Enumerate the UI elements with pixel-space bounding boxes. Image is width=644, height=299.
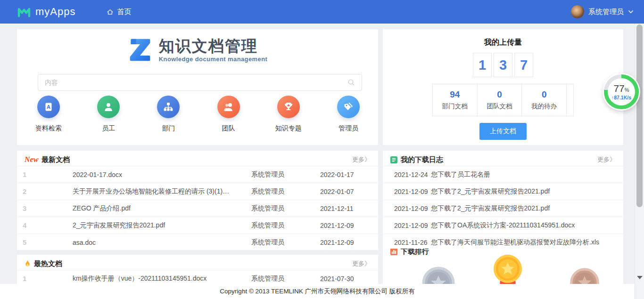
stat-team-docs[interactable]: 0 团队文档 [478, 84, 522, 116]
page-title: 知识文档管理 [159, 37, 267, 55]
upload-count-title: 我的上传量 [383, 29, 623, 48]
progress-ring-inner: 77% ↑87.1K/s [608, 78, 635, 105]
stat-label: 部门文档 [433, 102, 477, 111]
download-row[interactable]: 2021-12-09 您下载了2_元宇宙发展研究报告2021.pdf [383, 200, 623, 217]
doc-row[interactable]: 4 2_元宇宙发展研究报告2021.pdf 系统管理员 2021-12-09 [17, 217, 378, 234]
download-log-icon [390, 156, 397, 163]
download-text: 您下载了OA系统设计方案-20211103145951.docx [431, 221, 623, 230]
download-row[interactable]: 2021-12-09 您下载了2_元宇宙发展研究报告2021.pdf [383, 183, 623, 200]
row-index: 4 [17, 221, 56, 229]
stat-value: 94 [433, 89, 477, 100]
avatar [571, 5, 584, 18]
upload-panel: 我的上传量 1 3 7 94 部门文档 0 团队文档 0 我的待办 上传文档 [383, 29, 623, 145]
download-text: 您下载了员工花名册 [431, 170, 623, 179]
stat-value: 0 [522, 89, 566, 100]
digit-box: 3 [494, 53, 512, 77]
scrollbar-track[interactable] [635, 24, 644, 299]
row-index: 1 [17, 275, 56, 283]
doc-title: 2022-01-17.docx [56, 171, 230, 178]
latest-docs-panel: New 最新文档 更多》 1 2022-01-17.docx 系统管理员 202… [17, 151, 378, 250]
new-badge-icon: New [25, 156, 38, 163]
hot-docs-panel: 最热文档 更多》 1 km操作收手册（vue）-20211103145951.d… [17, 255, 378, 284]
download-log-header: 我的下载日志 更多》 [383, 151, 623, 166]
search-icon[interactable] [347, 79, 355, 86]
doc-title: km操作收手册（vue）-20211103145951.docx [56, 275, 230, 283]
app-admin[interactable]: 管理员 [327, 96, 370, 133]
app-label: 管理员 [327, 124, 370, 133]
doc-owner: 系统管理员 [230, 170, 305, 179]
more-link[interactable]: 更多》 [352, 155, 371, 164]
more-link[interactable]: 更多》 [597, 155, 616, 164]
download-log-panel: 我的下载日志 更多》 2021-12-24 您下载了员工花名册 2021-12-… [383, 151, 623, 249]
download-text: 您下载了海天伺服节能注塑机驱动器报警对应故障分析.xls [431, 238, 623, 247]
download-date: 2021-12-09 [394, 205, 431, 212]
doc-row[interactable]: 1 2022-01-17.docx 系统管理员 2022-01-17 [17, 166, 378, 183]
navbar: myApps 首页 系统管理员 [0, 0, 644, 24]
user-name: 系统管理员 [588, 8, 624, 16]
stat-dept-docs[interactable]: 94 部门文档 [433, 84, 478, 116]
doc-date: 2022-01-07 [305, 188, 378, 195]
hot-docs-header: 最热文档 更多》 [17, 255, 378, 270]
silver-medal-icon [421, 266, 455, 284]
page-subtitle: Knowledge document management [159, 56, 267, 63]
app-label: 团队 [207, 124, 250, 133]
app-label: 资料检索 [27, 124, 70, 133]
upload-progress-widget[interactable]: 77% ↑87.1K/s [604, 74, 639, 109]
chevron-down-icon [628, 10, 634, 14]
download-row[interactable]: 2021-12-24 您下载了员工花名册 [383, 166, 623, 183]
nav-item-home[interactable]: 首页 [102, 0, 136, 24]
doc-row[interactable]: 5 asa.doc 系统管理员 2021-12-09 [17, 234, 378, 250]
doc-row[interactable]: 1 km操作收手册（vue）-20211103145951.docx 系统管理员… [17, 270, 378, 284]
z-logo-icon [128, 36, 152, 64]
doc-owner: 系统管理员 [230, 275, 305, 283]
app-team[interactable]: 团队 [207, 96, 250, 133]
download-row[interactable]: 2021-12-09 您下载了OA系统设计方案-20211103145951.d… [383, 217, 623, 234]
stat-label: 我的待办 [522, 102, 566, 111]
nav-home-label: 首页 [117, 8, 131, 16]
stat-my-todos[interactable]: 0 我的待办 [522, 84, 567, 116]
app-employee[interactable]: 员工 [87, 96, 130, 133]
screen: myApps 首页 系统管理员 [0, 0, 644, 299]
upload-doc-button[interactable]: 上传文档 [479, 123, 527, 140]
brand[interactable]: myApps [17, 6, 75, 18]
section-title: 最热文档 [34, 259, 62, 268]
app-data-search[interactable]: A 资料检索 [27, 96, 70, 133]
org-chart-icon [157, 96, 180, 118]
app-department[interactable]: 部门 [147, 96, 190, 133]
download-text: 您下载了2_元宇宙发展研究报告2021.pdf [431, 187, 623, 196]
latest-docs-header: New 最新文档 更多》 [17, 151, 378, 166]
doc-owner: 系统管理员 [230, 204, 305, 213]
footer: Copyright © 2013 TEEMLINK 广州市天翎网络科技有限公司 … [0, 284, 635, 299]
doc-title: ZEGO 产品介绍.pdf [56, 204, 230, 213]
download-date: 2021-12-09 [394, 222, 431, 229]
flame-icon [25, 260, 31, 268]
download-date: 2021-11-26 [394, 239, 431, 246]
progress-speed: ↑87.1K/s [611, 95, 631, 100]
doc-row[interactable]: 2 关于开展开业办公场地智能化装修工程的请示 (3)(1).docx 系统管理员… [17, 183, 378, 200]
download-row[interactable]: 2021-11-26 您下载了海天伺服节能注塑机驱动器报警对应故障分析.xls [383, 234, 623, 249]
brand-name: myApps [35, 6, 75, 18]
doc-row[interactable]: 3 ZEGO 产品介绍.pdf 系统管理员 2021-12-11 [17, 200, 378, 217]
home-icon [107, 8, 114, 16]
download-text: 您下载了2_元宇宙发展研究报告2021.pdf [431, 204, 623, 213]
trophy-icon [277, 96, 300, 118]
svg-text:A: A [47, 104, 50, 110]
gold-medal-icon: NO.1 [493, 254, 523, 284]
progress-percent: 77% [613, 83, 629, 93]
scrollbar-down-arrow-icon[interactable] [637, 276, 643, 279]
doc-date: 2021-12-09 [305, 222, 378, 229]
app-knowledge-topics[interactable]: 知识专题 [267, 96, 310, 133]
digit-box: 1 [473, 53, 492, 77]
user-menu[interactable]: 系统管理员 [571, 5, 634, 18]
more-link[interactable]: 更多》 [352, 259, 371, 268]
scrollbar-thumb[interactable] [636, 24, 643, 207]
digit-box: 7 [514, 53, 533, 77]
team-icon [217, 96, 240, 118]
doc-stats: 94 部门文档 0 团队文档 0 我的待办 [432, 84, 574, 116]
upload-count-digits: 1 3 7 [383, 53, 623, 77]
row-index: 5 [17, 238, 56, 246]
search-input[interactable] [38, 79, 347, 86]
copyright-text: Copyright © 2013 TEEMLINK 广州市天翎网络科技有限公司 … [220, 287, 414, 296]
section-title: 我的下载日志 [401, 155, 443, 164]
hero-panel: 知识文档管理 Knowledge document management A 资… [17, 29, 378, 145]
